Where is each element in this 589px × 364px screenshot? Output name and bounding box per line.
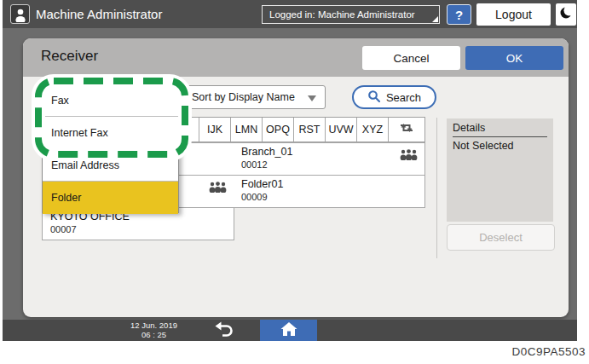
user-name: Machine Administrator: [36, 7, 162, 21]
entry-number: 00009: [241, 192, 268, 202]
time-label: 06 : 25: [113, 330, 194, 339]
details-panel: Details Not Selected: [447, 118, 553, 222]
type-option-folder[interactable]: Folder: [43, 182, 178, 214]
logout-label: Logout: [495, 8, 532, 21]
home-button[interactable]: [260, 320, 317, 341]
help-label: ?: [455, 8, 463, 22]
tab-ijk[interactable]: IJK: [199, 118, 230, 142]
bottom-bar: 12 Jun. 2019 06 : 25: [3, 320, 577, 341]
login-status-label: Logged in: Machine Administrator: [269, 9, 415, 20]
deselect-label: Deselect: [479, 231, 523, 244]
type-option-internet-fax[interactable]: Internet Fax: [43, 117, 178, 149]
back-arrow-icon: [214, 321, 234, 341]
address-row-folder01[interactable]: Folder01 00009: [234, 176, 425, 208]
entry-number: 00012: [241, 159, 268, 170]
home-icon: [280, 321, 297, 340]
destination-type-dropdown: Fax Internet Fax Email Address Folder: [42, 84, 179, 213]
dialog-header: Receiver Cancel OK: [23, 38, 569, 77]
type-option-email-address[interactable]: Email Address: [43, 149, 178, 182]
tab-lmn[interactable]: LMN: [230, 118, 262, 142]
group-icon: [209, 181, 227, 196]
receiver-dialog: Receiver Cancel OK Sort by Display Name …: [23, 38, 569, 317]
date-label: 12 Jun. 2019: [113, 321, 194, 330]
help-button[interactable]: ?: [447, 4, 471, 25]
back-button[interactable]: [210, 320, 239, 341]
logout-button[interactable]: Logout: [476, 3, 551, 26]
ok-button[interactable]: OK: [465, 46, 563, 70]
entry-name: Folder01: [241, 178, 283, 190]
search-icon: [367, 90, 381, 106]
entry-number: 00007: [50, 224, 77, 234]
details-title: Details: [453, 122, 547, 137]
page-title: Receiver: [41, 48, 98, 65]
moon-icon: [558, 5, 574, 24]
figure-code: D0C9PA5503: [0, 345, 586, 358]
tab-xyz[interactable]: XYZ: [356, 118, 388, 142]
entry-name: Branch_01: [241, 146, 292, 158]
sort-dropdown-value: Sort by Display Name: [192, 91, 295, 103]
group-icon: [400, 148, 418, 164]
deselect-button[interactable]: Deselect: [447, 224, 555, 251]
switch-list-button[interactable]: [388, 118, 424, 142]
type-option-fax[interactable]: Fax: [43, 84, 178, 117]
address-column-right: Branch_01 00012 Folder01 00009: [234, 142, 425, 208]
device-screen: Machine Administrator Logged in: Machine…: [3, 0, 577, 341]
cancel-label: Cancel: [393, 52, 429, 65]
search-label: Search: [386, 91, 421, 104]
tab-opq[interactable]: OPQ: [262, 118, 293, 142]
login-status-dropdown[interactable]: Logged in: Machine Administrator: [262, 5, 440, 24]
date-time: 12 Jun. 2019 06 : 25: [113, 321, 194, 339]
current-user: Machine Administrator: [10, 4, 162, 24]
chevron-down-icon: [308, 95, 316, 101]
details-separator: [436, 118, 437, 258]
user-icon: [10, 4, 30, 24]
swap-arrows-icon: [398, 121, 415, 138]
tab-rst[interactable]: RST: [293, 118, 325, 142]
tab-uvw[interactable]: UVW: [325, 118, 356, 142]
details-status: Not Selected: [453, 137, 547, 152]
energy-saver-button[interactable]: [556, 3, 576, 26]
sort-dropdown[interactable]: Sort by Display Name: [183, 85, 326, 109]
ok-label: OK: [506, 52, 523, 65]
cancel-button[interactable]: Cancel: [362, 46, 460, 70]
search-button[interactable]: Search: [352, 85, 436, 109]
top-bar: Machine Administrator Logged in: Machine…: [3, 0, 577, 28]
address-row-branch-01[interactable]: Branch_01 00012: [234, 143, 425, 176]
